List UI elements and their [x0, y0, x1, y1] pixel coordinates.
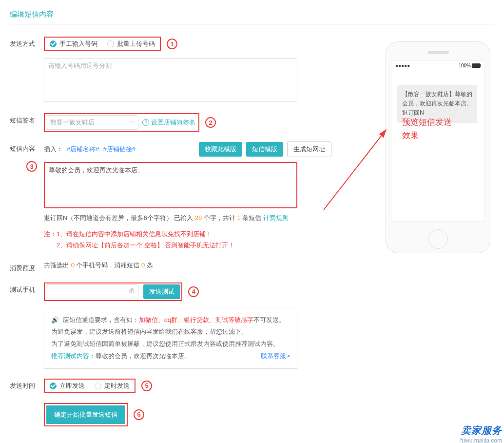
numbers-textarea[interactable] [44, 58, 297, 102]
battery-icon [472, 63, 481, 68]
submit-wrap: 确定开始批量发送短信 [44, 403, 128, 426]
watermark-bottom: fuwu.maijia.com [460, 437, 502, 443]
radio-icon [107, 40, 114, 47]
home-button-icon [428, 229, 448, 249]
quota-p3: 条 [145, 262, 153, 269]
set-signature-text: 设置店铺短签名 [151, 118, 195, 127]
tips-sensitive: 加微信、qq群、银行贷款、测试等敏感字 [139, 316, 253, 323]
watermark-top: 卖家服务 [460, 424, 502, 437]
watermark: 卖家服务 fuwu.maijia.com [460, 424, 502, 443]
content-notes: 注：1、请在短信内容中添加店铺相关信息以免找不到店铺！ 2、请确保网址【前后各加… [44, 228, 331, 251]
billing-rules-link[interactable]: 计费规则 [263, 214, 289, 222]
insert-shop-link[interactable]: #店铺链接# [103, 145, 135, 154]
radio-icon [50, 40, 57, 47]
radio-icon [50, 383, 57, 389]
content-toolbar: 插入： #店铺名称# #店铺链接# 收藏此模版 短信模版 生成短网址 [44, 141, 331, 157]
marker-4: 4 [188, 286, 199, 297]
counter-prefix: 退订回N（不同通道会有差异，最多6个字符） 已输入 [44, 214, 195, 222]
label-send-time: 发送时间 [10, 379, 44, 390]
radio-icon [95, 383, 101, 389]
radio-label: 立即发送 [59, 382, 85, 390]
marker-1: 1 [167, 39, 177, 49]
quota-phone-count: 0 [71, 262, 75, 269]
tips-line1a: 应短信通道要求，含有如： [63, 316, 139, 323]
send-method-radio-group: 手工输入号码 批量上传号码 [44, 37, 161, 51]
tips-line2: 为了避免测试短信因简单被屏蔽，建议您使用正式群发内容或使用推荐测试内容。 [51, 338, 290, 350]
radio-label: 手工输入号码 [59, 40, 97, 48]
row-submit: 确定开始批量发送短信 6 [10, 403, 494, 426]
counter-line: 退订回N（不同通道会有差异，最多6个字符） 已输入 28 个字，共计 1 条短信… [44, 214, 331, 222]
test-phone-input-wrap: ✆ [46, 284, 138, 299]
row-test: 测试手机 ✆ 发送测试 4 🔊 应短信通道要求，含有如：加微信、qq群、银行贷款… [10, 282, 494, 369]
phone-speaker-icon [427, 51, 449, 54]
tips-box: 🔊 应短信通道要求，含有如：加微信、qq群、银行贷款、测试等敏感字不可发送。为避… [44, 308, 297, 369]
send-test-button[interactable]: 发送测试 [143, 284, 180, 299]
radio-send-scheduled[interactable]: 定时发送 [95, 382, 130, 390]
row-quota: 消费额度 共筛选出 0 个手机号码，消耗短信 0 条 [10, 261, 494, 273]
marker-3: 3 [26, 161, 37, 172]
note-1: 注：1、请在短信内容中添加店铺相关信息以免找不到店铺！ [44, 228, 331, 240]
radio-send-now[interactable]: 立即发送 [50, 382, 85, 390]
set-signature-link[interactable]: ? 设置店铺短签名 [142, 118, 195, 127]
label-signature: 短信签名 [10, 113, 44, 125]
label-content: 短信内容 [10, 141, 44, 153]
sms-template-button[interactable]: 短信模版 [246, 142, 283, 157]
label-send-method: 发送方式 [10, 37, 44, 48]
char-count: 28 [195, 214, 202, 222]
rec-text: 尊敬的会员，欢迎再次光临本店。 [96, 352, 191, 360]
label-test: 测试手机 [10, 282, 44, 294]
radio-manual-input[interactable]: 手工输入号码 [50, 40, 97, 48]
question-icon: ? [142, 119, 149, 126]
signature-selected: 散客一族女鞋店 [50, 118, 95, 127]
phone-icon: ✆ [129, 287, 135, 295]
counter-mid: 个字，共计 [202, 214, 237, 222]
quota-p1: 共筛选出 [44, 262, 71, 269]
test-box: ✆ 发送测试 [44, 282, 182, 301]
signal-dots: ●●●●● [395, 63, 410, 68]
radio-batch-upload[interactable]: 批量上传号码 [107, 40, 155, 48]
signature-box: 散客一族女鞋店 ﹀ ? 设置店铺短签名 [44, 113, 199, 132]
svg-line-0 [324, 130, 386, 210]
phone-preview: ●●●●● 100% 【散客一族女鞋店】尊敬的会员，欢迎再次光临本店。退订回N … [386, 41, 490, 253]
row-send-time: 发送时间 立即发送 定时发送 5 [10, 379, 494, 393]
favorite-template-button[interactable]: 收藏此模版 [199, 142, 242, 157]
note-2: 2、请确保网址【前后各加一个 空格】,否则智能手机无法打开！ [44, 240, 331, 251]
marker-2: 2 [205, 117, 216, 128]
phone-screen: ●●●●● 100% 【散客一族女鞋店】尊敬的会员，欢迎再次光临本店。退订回N … [391, 60, 485, 222]
quota-p2: 个手机号码，消耗短信 [75, 262, 141, 269]
status-bar: ●●●●● 100% [391, 61, 485, 70]
content-textarea[interactable] [44, 162, 297, 208]
section-title: 编辑短信内容 [10, 10, 494, 24]
submit-button[interactable]: 确定开始批量发送短信 [46, 405, 125, 424]
radio-label: 定时发送 [104, 382, 130, 390]
radio-label: 批量上传号码 [117, 40, 155, 48]
insert-prefix: 插入： [44, 145, 63, 154]
sms-bubble: 【散客一族女鞋店】尊敬的会员，欢迎再次光临本店。退订回N [397, 85, 477, 123]
marker-6: 6 [134, 409, 144, 420]
label-quota: 消费额度 [10, 261, 44, 273]
send-time-radio-group: 立即发送 定时发送 [44, 379, 136, 393]
msg-count: 1 [237, 214, 241, 222]
speaker-icon: 🔊 [51, 316, 59, 323]
counter-tail: 条短信 [241, 214, 263, 222]
marker-5: 5 [141, 381, 152, 391]
chevron-down-icon: ﹀ [129, 119, 134, 126]
battery-text: 100% [458, 63, 471, 68]
contact-support-link[interactable]: 联系客服> [261, 350, 290, 362]
arrow-icon [324, 127, 392, 216]
rec-label: 推荐测试内容： [51, 350, 96, 362]
signature-select[interactable]: 散客一族女鞋店 ﹀ [46, 115, 138, 130]
insert-shop-name[interactable]: #店铺名称# [67, 145, 99, 154]
test-phone-input[interactable] [46, 284, 138, 299]
